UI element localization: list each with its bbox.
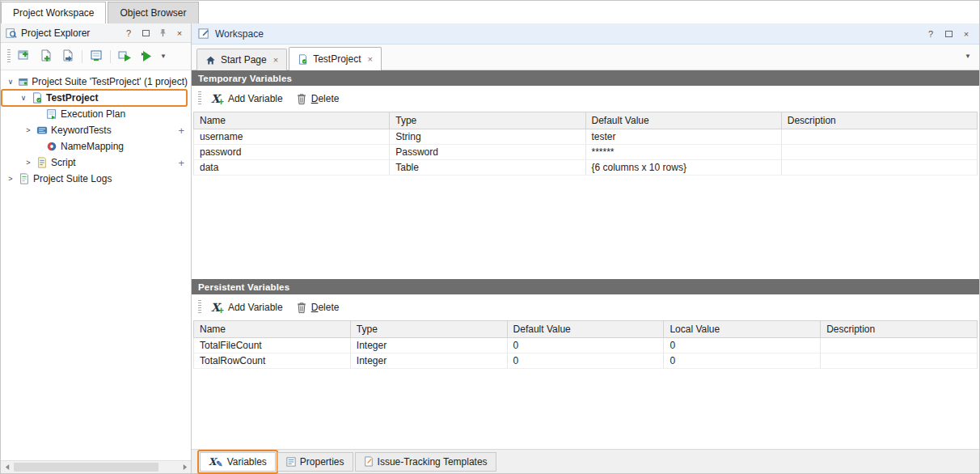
scroll-right-button[interactable]	[178, 461, 191, 473]
chevron-down-icon[interactable]: ∨	[6, 78, 15, 86]
table-row[interactable]: username String tester	[194, 129, 978, 145]
add-variable-icon: X+	[211, 92, 224, 105]
delete-variable-button[interactable]: Delete	[293, 91, 343, 107]
pin-icon	[158, 28, 167, 37]
temporary-variables-table: Name Type Default Value Description user…	[193, 112, 978, 176]
maximize-button[interactable]	[139, 27, 152, 40]
maximize-icon	[945, 31, 953, 37]
toolbar-dropdown-button[interactable]: ▼	[160, 53, 167, 60]
delete-variable-button[interactable]: Delete	[293, 300, 343, 315]
column-header-description[interactable]: Description	[781, 112, 977, 129]
table-row[interactable]: password Password ******	[194, 145, 978, 160]
project-explorer-panel: Project Explorer ? ×	[1, 23, 192, 473]
tree-item-project-suite-logs[interactable]: > Project Suite Logs	[1, 171, 191, 187]
column-header-description[interactable]: Description	[821, 321, 978, 338]
chevron-right-icon[interactable]: >	[6, 175, 15, 183]
toolbar-grip	[7, 49, 11, 64]
scroll-left-button[interactable]	[1, 461, 14, 473]
tab-testproject[interactable]: TestProject ×	[289, 47, 382, 70]
open-project-icon	[61, 49, 75, 63]
trash-icon	[296, 302, 307, 314]
workspace-icon	[198, 28, 210, 40]
scrollbar-thumb[interactable]	[14, 463, 158, 472]
toolbar-separator	[82, 50, 82, 63]
tab-variables[interactable]: X✎ Variables	[200, 452, 276, 472]
workspace-maximize-button[interactable]	[942, 28, 955, 40]
add-variable-icon: X+	[211, 301, 224, 314]
help-button[interactable]: ?	[122, 27, 135, 40]
tree-item-namemapping[interactable]: NameMapping	[1, 138, 191, 154]
column-header-name[interactable]: Name	[194, 321, 351, 338]
name-mapping-icon	[46, 141, 57, 152]
persistent-variables-toolbar: X+ Add Variable Delete	[192, 294, 979, 320]
trash-icon	[296, 93, 307, 105]
column-header-default-value[interactable]: Default Value	[585, 112, 781, 129]
pin-button[interactable]	[156, 27, 169, 40]
tree-item-execution-plan[interactable]: Execution Plan	[1, 106, 191, 122]
tree-item-label: TestProject	[46, 92, 101, 104]
explorer-toolbar: ▼	[1, 43, 191, 70]
keyword-tests-icon	[36, 125, 48, 136]
tab-close-icon[interactable]: ×	[366, 54, 373, 64]
tab-issue-tracking-templates[interactable]: Issue-Tracking Templates	[355, 452, 496, 472]
workspace-close-button[interactable]: ×	[960, 28, 973, 40]
add-script-button[interactable]: +	[178, 158, 184, 168]
issue-tracking-icon	[364, 456, 374, 467]
add-variable-button[interactable]: X+ Add Variable	[208, 91, 286, 107]
tab-start-page-label: Start Page	[221, 54, 267, 66]
tree-item-project-suite[interactable]: ∨ Project Suite 'TestProject' (1 project…	[1, 74, 191, 90]
close-button[interactable]: ×	[173, 27, 186, 40]
persistent-table-empty-area	[192, 369, 979, 449]
variables-tab-icon: X✎	[209, 456, 223, 468]
add-variable-button[interactable]: X+ Add Variable	[208, 299, 286, 315]
variables-page: Temporary Variables X+ Add Variable Dele…	[192, 70, 979, 473]
temporary-variables-toolbar: X+ Add Variable Delete	[192, 86, 979, 112]
tree-item-script[interactable]: > Script +	[1, 154, 191, 171]
run-project-suite-button[interactable]	[138, 49, 154, 65]
logs-icon	[19, 173, 30, 184]
tab-close-icon[interactable]: ×	[272, 55, 278, 65]
column-header-default-value[interactable]: Default Value	[507, 321, 664, 338]
execution-plan-button[interactable]	[88, 49, 104, 65]
project-explorer-title: Project Explorer	[21, 28, 118, 39]
open-project-button[interactable]	[60, 49, 76, 65]
tab-list-dropdown-button[interactable]: ▼	[965, 53, 971, 60]
column-header-type[interactable]: Type	[390, 112, 585, 129]
persistent-variables-header: Persistent Variables	[192, 279, 979, 294]
column-header-name[interactable]: Name	[194, 112, 390, 129]
workspace-title: Workspace	[215, 28, 919, 40]
document-tabbar: Start Page × TestProject × ▼	[192, 44, 979, 70]
tree-item-keywordtests[interactable]: > KeywordTests +	[1, 122, 191, 138]
add-keywordtest-button[interactable]: +	[178, 125, 184, 136]
tab-start-page[interactable]: Start Page ×	[196, 49, 287, 70]
workspace-header: Workspace ? ×	[192, 23, 979, 44]
maximize-icon	[142, 30, 150, 36]
tree-item-testproject[interactable]: ∨ TestProject	[1, 90, 191, 106]
add-project-button[interactable]	[38, 49, 54, 65]
explorer-icon	[6, 28, 17, 39]
tab-properties[interactable]: Properties	[277, 452, 353, 472]
workspace-help-button[interactable]: ?	[924, 28, 937, 40]
tree-item-label: KeywordTests	[51, 125, 115, 136]
tab-project-workspace[interactable]: Project Workspace	[1, 2, 106, 23]
temporary-table-empty-area	[192, 176, 979, 279]
table-row[interactable]: TotalFileCount Integer 0 0	[194, 338, 978, 353]
column-header-type[interactable]: Type	[350, 321, 507, 338]
explorer-horizontal-scrollbar[interactable]	[1, 460, 191, 473]
column-header-local-value[interactable]: Local Value	[664, 321, 821, 338]
execution-plan-icon	[90, 49, 103, 63]
tab-object-browser-label: Object Browser	[120, 7, 186, 19]
app-window: Project Workspace Object Browser Project…	[0, 0, 980, 474]
chevron-right-icon[interactable]: >	[23, 126, 33, 134]
table-header-row: Name Type Default Value Description	[194, 112, 978, 129]
chevron-right-icon[interactable]: >	[23, 159, 33, 167]
run-project-button[interactable]	[116, 49, 133, 65]
toolbar-grip	[198, 300, 201, 315]
top-tabbar: Project Workspace Object Browser	[1, 1, 979, 23]
tab-object-browser[interactable]: Object Browser	[108, 2, 198, 23]
chevron-down-icon[interactable]: ∨	[19, 94, 28, 102]
table-row[interactable]: TotalRowCount Integer 0 0	[194, 353, 978, 369]
table-row[interactable]: data Table {6 columns x 10 rows}	[194, 160, 978, 176]
project-icon	[298, 54, 308, 65]
add-project-suite-button[interactable]	[16, 49, 32, 65]
